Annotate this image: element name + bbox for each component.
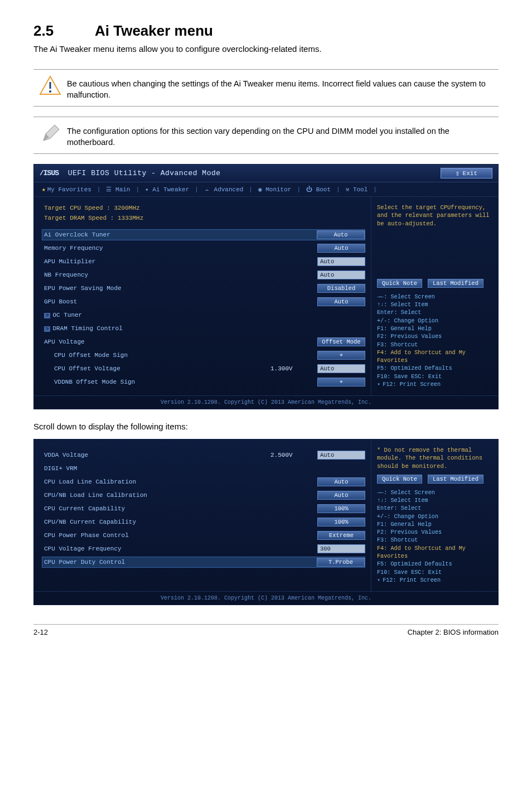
row-cpu-offset-voltage[interactable]: CPU Offset Voltage 1.300V Auto: [44, 363, 365, 374]
key-hints-2: →←: Select Screen ↑↓: Select Item Enter:…: [377, 489, 492, 584]
tab-monitor[interactable]: ◉ Monitor: [258, 186, 291, 193]
exit-button[interactable]: ▯Exit: [441, 168, 492, 178]
scroll-note: Scroll down to display the following ite…: [33, 422, 499, 431]
help-text-2: * Do not remove the thermal module. The …: [377, 446, 492, 470]
expand-icon: >: [44, 326, 50, 332]
tab-ai-tweaker[interactable]: ✦ Ai Tweaker: [145, 186, 189, 193]
row-gpu-boost[interactable]: GPU Boost Auto: [44, 296, 365, 307]
val-ai-overclock[interactable]: Auto: [317, 230, 365, 239]
row-cpu-voltage-frequency[interactable]: CPU Voltage Frequency 300: [44, 543, 365, 554]
row-digi-vrm: DIGI+ VRM: [44, 463, 365, 474]
bios-settings-panel: Target CPU Speed : 3200MHz Target DRAM S…: [34, 197, 371, 395]
row-cpu-current-capability[interactable]: CPU Current Capability 100%: [44, 503, 365, 514]
row-cpunb-llc[interactable]: CPU/NB Load Line Calibration Auto: [44, 490, 365, 501]
row-ai-overclock[interactable]: Ai Overclock Tuner Auto: [42, 229, 365, 240]
row-nb-frequency[interactable]: NB Frequency Auto: [44, 269, 365, 281]
info-note: The configuration options for this secti…: [33, 117, 499, 154]
row-apu-multiplier[interactable]: APU Multiplier Auto: [44, 256, 365, 267]
row-cpu-power-phase[interactable]: CPU Power Phase Control Extreme: [44, 530, 365, 541]
quick-note-button[interactable]: Quick Note: [377, 475, 422, 484]
row-memory-frequency[interactable]: Memory Frequency Auto: [44, 243, 365, 254]
bios-help-panel: Select the target CPUfrequency, and the …: [371, 197, 498, 395]
warning-icon: [33, 75, 67, 95]
row-vddnb-offset-sign[interactable]: VDDNB Offset Mode Sign +: [44, 376, 365, 388]
tab-advanced[interactable]: ⫠ Advanced: [204, 186, 243, 193]
last-modified-button[interactable]: Last Modified: [428, 475, 483, 484]
row-oc-tuner[interactable]: >OC Tuner: [44, 310, 365, 321]
bios-brand: /ISUS UEFI BIOS Utility - Advanced Mode: [40, 169, 221, 177]
key-hints: →←: Select Screen ↑↓: Select Item Enter:…: [377, 293, 492, 389]
page-footer: 2-12 Chapter 2: BIOS information: [33, 624, 499, 636]
row-vdda-voltage[interactable]: VDDA Voltage 2.500V Auto: [44, 450, 365, 461]
row-cpu-offset-sign[interactable]: CPU Offset Mode Sign +: [44, 350, 365, 361]
tab-main[interactable]: ☰ Main: [106, 186, 130, 193]
bios-footer: Version 2.10.1208. Copyright (C) 2013 Am…: [34, 395, 498, 409]
target-dram: Target DRAM Speed : 1333MHz: [44, 215, 365, 221]
bios-help-panel-2: * Do not remove the thermal module. The …: [371, 439, 498, 591]
section-number: 2.5: [33, 22, 95, 40]
section-intro: The Ai Tweaker menu items allow you to c…: [33, 44, 499, 54]
tab-boot[interactable]: ⏻ Boot: [306, 186, 331, 193]
caution-text: Be cautious when changing the settings o…: [67, 75, 499, 100]
quick-note-button[interactable]: Quick Note: [377, 279, 422, 288]
pencil-icon: [33, 123, 67, 145]
svg-point-2: [49, 90, 51, 93]
bios-footer-2: Version 2.10.1208. Copyright (C) 2013 Am…: [34, 591, 498, 605]
caution-note: Be cautious when changing the settings o…: [33, 69, 499, 107]
row-cpu-llc[interactable]: CPU Load Line Calibration Auto: [44, 476, 365, 487]
bios-settings-panel-2: VDDA Voltage 2.500V Auto DIGI+ VRM CPU L…: [34, 439, 371, 591]
section-title-text: Ai Tweaker menu: [95, 22, 213, 39]
row-cpu-power-duty[interactable]: CPU Power Duty Control T.Probe: [42, 557, 365, 568]
tab-tool[interactable]: ⚒ Tool: [346, 186, 368, 193]
bios-screenshot-2: VDDA Voltage 2.500V Auto DIGI+ VRM CPU L…: [33, 439, 499, 605]
target-cpu: Target CPU Speed : 3200MHz: [44, 205, 365, 211]
row-cpunb-current-capability[interactable]: CPU/NB Current Capability 100%: [44, 516, 365, 528]
info-text: The configuration options for this secti…: [67, 123, 499, 148]
row-epu-mode[interactable]: EPU Power Saving Mode Disabled: [44, 283, 365, 294]
bios-screenshot-1: /ISUS UEFI BIOS Utility - Advanced Mode …: [33, 164, 499, 409]
row-apu-voltage[interactable]: APU Voltage Offset Mode: [44, 336, 365, 347]
row-dram-timing[interactable]: >DRAM Timing Control: [44, 323, 365, 334]
bios-header: /ISUS UEFI BIOS Utility - Advanced Mode …: [34, 165, 498, 182]
chapter-label: Chapter 2: BIOS information: [408, 628, 499, 636]
expand-icon: >: [44, 313, 50, 318]
help-text: Select the target CPUfrequency, and the …: [377, 204, 492, 228]
bios-tabs: ★My Favorites| ☰ Main| ✦ Ai Tweaker| ⫠ A…: [34, 182, 498, 197]
section-heading: 2.5Ai Tweaker menu: [33, 22, 499, 40]
last-modified-button[interactable]: Last Modified: [428, 279, 483, 288]
tab-favorites[interactable]: ★My Favorites: [42, 186, 91, 193]
page-number: 2-12: [33, 628, 48, 636]
